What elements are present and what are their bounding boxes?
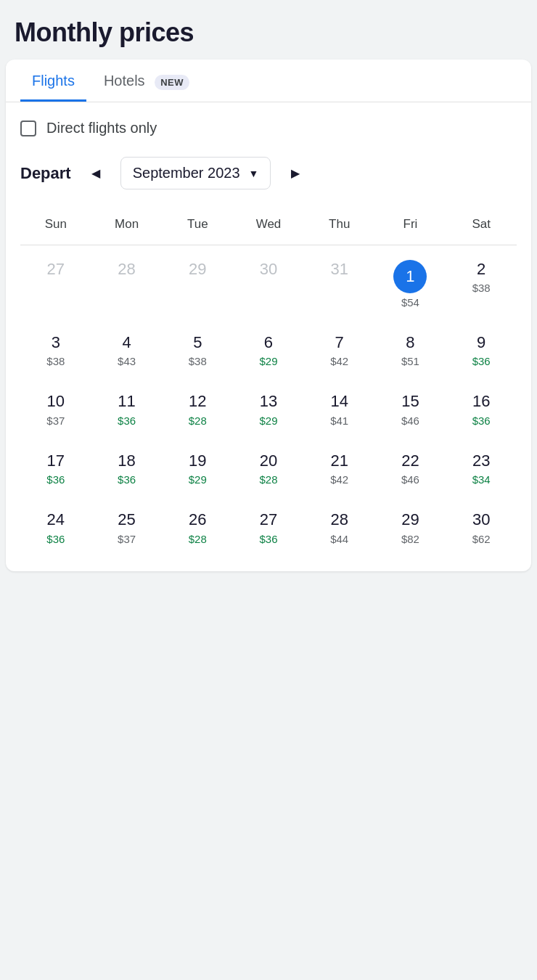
- calendar-day-11[interactable]: 11$36: [91, 383, 163, 435]
- calendar-day-12[interactable]: 12$28: [162, 383, 233, 435]
- calendar-day-27-row0: 27: [20, 251, 91, 317]
- day-price: $36: [46, 533, 65, 545]
- calendar-day-4[interactable]: 4$43: [91, 324, 163, 376]
- calendar-day-29[interactable]: 29$82: [375, 502, 446, 553]
- day-number: 28: [118, 260, 135, 279]
- calendar-day-17[interactable]: 17$36: [20, 443, 91, 494]
- day-price: $44: [330, 533, 348, 545]
- day-number: 19: [189, 452, 206, 470]
- calendar-day-26[interactable]: 26$28: [162, 502, 233, 553]
- day-number: 15: [401, 392, 419, 411]
- calendar-day-29-row0: 29: [162, 251, 233, 317]
- day-price: $41: [330, 415, 348, 427]
- day-price: $42: [330, 355, 348, 367]
- day-number: 8: [406, 333, 414, 352]
- hotels-new-badge: NEW: [155, 75, 189, 90]
- calendar-day-1-row0[interactable]: 1$54: [375, 251, 446, 317]
- weekday-tue: Tue: [162, 210, 233, 239]
- day-price: $43: [118, 355, 136, 367]
- page-title: Monthly prices: [15, 17, 522, 48]
- month-label: September 2023: [133, 165, 240, 181]
- day-number: 22: [401, 452, 419, 470]
- calendar-day-5[interactable]: 5$38: [162, 324, 233, 376]
- direct-flights-checkbox[interactable]: [20, 121, 36, 136]
- calendar-day-8[interactable]: 8$51: [375, 324, 446, 376]
- day-number: 7: [335, 333, 344, 352]
- next-month-button[interactable]: ▶: [282, 160, 308, 187]
- weekday-sun: Sun: [20, 210, 91, 239]
- calendar-divider: [20, 245, 517, 245]
- day-price: $37: [46, 415, 65, 427]
- calendar-day-22[interactable]: 22$46: [375, 443, 446, 494]
- day-number: 30: [260, 260, 277, 279]
- day-number: 18: [118, 452, 135, 470]
- calendar-day-6[interactable]: 6$29: [233, 324, 304, 376]
- day-number: 12: [189, 392, 206, 411]
- day-price: $36: [118, 415, 136, 427]
- day-number: 29: [401, 510, 419, 529]
- calendar-day-20[interactable]: 20$28: [233, 443, 304, 494]
- day-price: $42: [330, 473, 348, 486]
- day-number: 11: [118, 392, 135, 411]
- calendar-day-15[interactable]: 15$46: [375, 383, 446, 435]
- day-number: 6: [264, 333, 273, 352]
- tab-hotels[interactable]: Hotels NEW: [92, 60, 201, 102]
- day-number: 25: [118, 510, 135, 529]
- day-number: 21: [330, 452, 348, 470]
- day-price: $28: [189, 415, 207, 427]
- calendar-day-28-row0: 28: [91, 251, 163, 317]
- calendar-day-21[interactable]: 21$42: [304, 443, 375, 494]
- day-number: 28: [330, 510, 348, 529]
- calendar-day-18[interactable]: 18$36: [91, 443, 163, 494]
- day-price: $62: [472, 533, 491, 545]
- calendar-day-16[interactable]: 16$36: [446, 383, 517, 435]
- month-selector[interactable]: September 2023 ▼: [120, 157, 271, 189]
- calendar-day-19[interactable]: 19$29: [162, 443, 233, 494]
- weekday-thu: Thu: [304, 210, 375, 239]
- depart-label: Depart: [20, 164, 71, 183]
- day-price: $38: [189, 355, 207, 367]
- weekday-wed: Wed: [233, 210, 304, 239]
- calendar-day-30-row0: 30: [233, 251, 304, 317]
- depart-row: Depart ◀ September 2023 ▼ ▶: [20, 157, 517, 189]
- calendar-day-23[interactable]: 23$34: [446, 443, 517, 494]
- day-number: 16: [472, 392, 490, 411]
- calendar-day-10[interactable]: 10$37: [20, 383, 91, 435]
- calendar-day-14[interactable]: 14$41: [304, 383, 375, 435]
- day-price: $38: [472, 282, 491, 294]
- calendar-day-2-row0[interactable]: 2$38: [446, 251, 517, 317]
- day-number: 2: [477, 260, 485, 279]
- dropdown-arrow-icon: ▼: [249, 168, 259, 179]
- day-number: 30: [472, 510, 490, 529]
- day-number: 3: [52, 333, 60, 352]
- calendar-day-30[interactable]: 30$62: [446, 502, 517, 553]
- calendar-day-7[interactable]: 7$42: [304, 324, 375, 376]
- day-number: 29: [189, 260, 206, 279]
- day-number: 24: [47, 510, 65, 529]
- calendar-day-27[interactable]: 27$36: [233, 502, 304, 553]
- day-price: $36: [259, 533, 277, 545]
- day-price: $38: [46, 355, 65, 367]
- prev-month-button[interactable]: ◀: [83, 160, 109, 187]
- day-number: 20: [260, 452, 277, 470]
- day-price: $37: [118, 533, 136, 545]
- calendar-day-25[interactable]: 25$37: [91, 502, 163, 553]
- calendar-day-28[interactable]: 28$44: [304, 502, 375, 553]
- calendar-header: Sun Mon Tue Wed Thu Fri Sat: [20, 210, 517, 239]
- calendar-day-24[interactable]: 24$36: [20, 502, 91, 553]
- day-price: $46: [401, 415, 419, 427]
- day-price: $36: [46, 473, 65, 486]
- day-price: $34: [472, 473, 491, 486]
- calendar-day-13[interactable]: 13$29: [233, 383, 304, 435]
- tab-flights[interactable]: Flights: [20, 60, 86, 102]
- calendar-day-3[interactable]: 3$38: [20, 324, 91, 376]
- day-number: 31: [330, 260, 348, 279]
- day-number: 13: [260, 392, 277, 411]
- calendar-day-9[interactable]: 9$36: [446, 324, 517, 376]
- day-price: $51: [401, 355, 419, 367]
- day-number: 14: [330, 392, 348, 411]
- main-card: Flights Hotels NEW Direct flights only D…: [6, 60, 531, 571]
- day-price: $46: [401, 473, 419, 486]
- day-price: $36: [472, 415, 491, 427]
- day-number: 5: [193, 333, 202, 352]
